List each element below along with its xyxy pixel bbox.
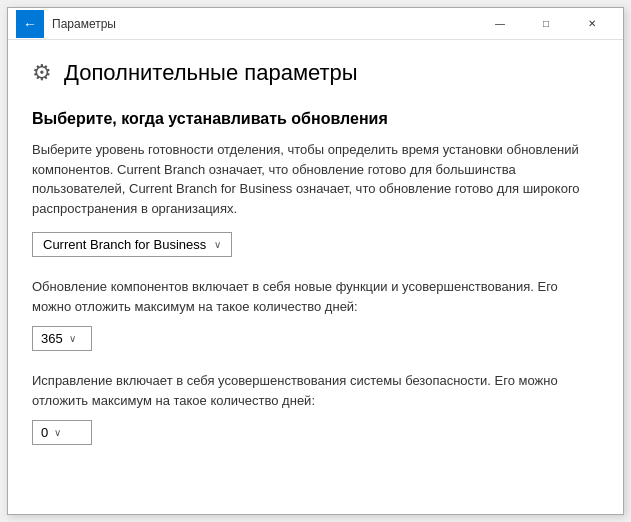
feature-update-section: Обновление компонентов включает в себя н… — [32, 277, 599, 351]
quality-update-dropdown[interactable]: 0 ∨ — [32, 420, 92, 445]
branch-dropdown-arrow: ∨ — [214, 239, 221, 250]
quality-update-value: 0 — [41, 425, 48, 440]
feature-update-value: 365 — [41, 331, 63, 346]
maximize-button[interactable]: □ — [523, 8, 569, 40]
settings-window: ← Параметры — □ ✕ ⚙ Дополнительные парам… — [7, 7, 624, 515]
window-controls: — □ ✕ — [477, 8, 615, 40]
titlebar: ← Параметры — □ ✕ — [8, 8, 623, 40]
minimize-button[interactable]: — — [477, 8, 523, 40]
branch-dropdown[interactable]: Current Branch for Business ∨ — [32, 232, 232, 257]
window-title: Параметры — [52, 17, 477, 31]
minimize-icon: — — [495, 18, 505, 29]
back-button[interactable]: ← — [16, 10, 44, 38]
section-title: Выберите, когда устанавливать обновления — [32, 110, 599, 128]
page-content: ⚙ Дополнительные параметры Выберите, ког… — [8, 40, 623, 514]
quality-update-section: Исправление включает в себя усовершенств… — [32, 371, 599, 445]
maximize-icon: □ — [543, 18, 549, 29]
quality-update-arrow: ∨ — [54, 427, 61, 438]
feature-update-description: Обновление компонентов включает в себя н… — [32, 277, 599, 316]
feature-update-arrow: ∨ — [69, 333, 76, 344]
branch-dropdown-value: Current Branch for Business — [43, 237, 206, 252]
page-header: ⚙ Дополнительные параметры — [32, 60, 599, 86]
quality-update-description: Исправление включает в себя усовершенств… — [32, 371, 599, 410]
close-button[interactable]: ✕ — [569, 8, 615, 40]
close-icon: ✕ — [588, 18, 596, 29]
back-icon: ← — [23, 16, 37, 32]
gear-icon: ⚙ — [32, 60, 52, 86]
feature-update-dropdown[interactable]: 365 ∨ — [32, 326, 92, 351]
branch-description: Выберите уровень готовности отделения, ч… — [32, 140, 599, 218]
page-title: Дополнительные параметры — [64, 60, 358, 86]
